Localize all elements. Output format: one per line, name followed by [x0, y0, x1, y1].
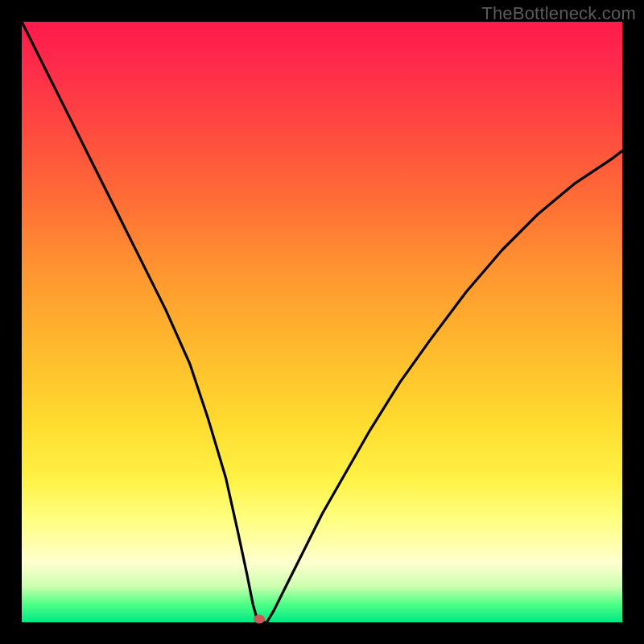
minimum-marker: [254, 615, 265, 624]
chart-frame: TheBottleneck.com: [0, 0, 644, 644]
bottleneck-curve: [22, 22, 622, 622]
plot-area: [22, 22, 622, 622]
